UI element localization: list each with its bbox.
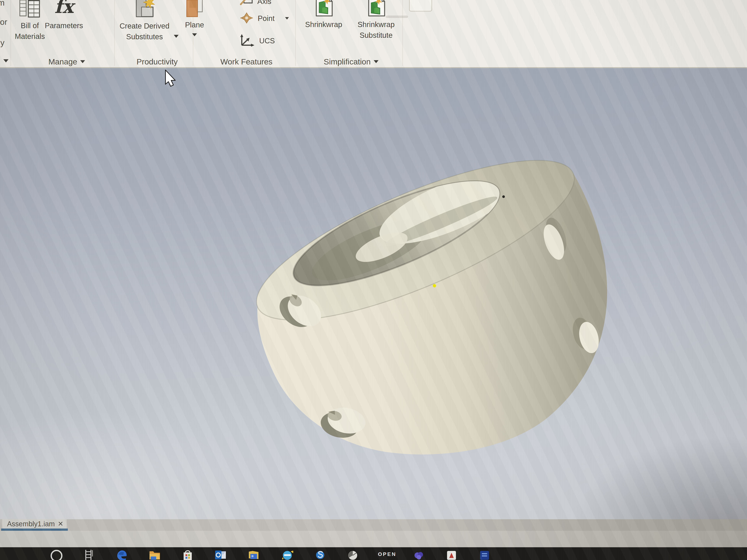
pie-dial-icon[interactable] [347,549,359,560]
microsoft-store-icon[interactable] [182,549,194,560]
axis-button[interactable]: Axis [240,0,272,6]
vertex-dot [502,195,505,198]
bill-of-materials-icon [19,0,41,20]
internet-explorer-icon[interactable] [281,549,293,560]
button-label: Substitute [360,29,393,41]
ribbon-group-simplification[interactable]: Simplification [314,57,388,67]
ribbon-bottom-border [0,67,747,68]
ribbon-group-work-features: Work Features [215,57,278,67]
button-label: Bill of [21,20,39,31]
button-label: UCS [259,37,275,45]
group-label: Simplification [324,57,370,66]
model-3d-viewport[interactable] [0,68,747,519]
cropped-label-fragment: y [0,38,4,47]
cylinder-part-render[interactable] [0,68,747,519]
chevron-down-icon[interactable] [3,59,8,62]
group-label: Manage [48,57,77,66]
button-label: Point [258,14,275,23]
cylinder-part[interactable] [239,130,607,454]
white-red-app-icon[interactable] [445,549,458,560]
file-explorer-icon[interactable] [149,549,161,560]
point-button[interactable]: Point [240,12,289,24]
selection-dot [433,284,436,287]
plane-icon [185,0,204,19]
tab-assembly1[interactable]: Assembly1.iam ✕ [2,519,67,529]
purple-app-icon[interactable] [413,549,424,560]
ucs-icon [239,34,255,47]
create-derived-dropdown-icon[interactable] [174,35,179,38]
cropped-label-fragment: or [0,18,7,27]
button-label: Substitutes [126,31,163,43]
shrinkwrap-substitute-button[interactable]: Shrinkwrap Substitute [350,0,402,41]
task-view-icon[interactable] [83,549,95,560]
open-app-tile[interactable]: OPEN [378,551,396,557]
group-label: Work Features [220,57,272,66]
active-tab-underline [1,529,68,531]
shrinkwrap-substitute-icon [366,0,386,19]
document-tab-strip: Assembly1.iam ✕ [0,519,747,531]
point-icon [240,12,253,24]
group-label: Productivity [136,57,178,66]
cropped-ribbon-button[interactable] [409,0,432,11]
tab-close-icon[interactable]: ✕ [58,520,63,528]
button-label: Parameters [45,20,83,31]
photos-app-icon[interactable] [248,549,260,560]
plane-button[interactable]: Plane [181,0,208,36]
search-icon[interactable] [50,549,62,560]
faint-text-smudge [386,16,408,18]
parameters-button[interactable]: fx Parameters [46,0,81,31]
edge-app-icon[interactable] [116,549,128,560]
dark-blue-app-icon[interactable] [479,549,490,560]
ribbon-separator [403,0,403,66]
ribbon-group-manage[interactable]: Manage [42,57,92,67]
create-derived-substitutes-button[interactable]: Create Derived Substitutes [119,0,171,43]
shrinkwrap-button[interactable]: Shrinkwrap [299,0,349,30]
button-label: Axis [257,0,272,5]
button-label: Materials [15,30,45,42]
button-label: Shrinkwrap [358,19,395,30]
ribbon-separator [114,0,115,66]
manage-dropdown-icon[interactable] [80,60,85,63]
windows-taskbar: OPEN [0,547,747,560]
button-label: Plane [185,19,204,31]
ucs-button[interactable]: UCS [239,34,275,47]
tab-label: Assembly1.iam [7,520,55,528]
ribbon-separator [295,0,296,66]
fx-icon: fx [54,0,74,17]
button-label: Shrinkwrap [305,19,342,30]
cropped-label-fragment: m [0,0,5,7]
ribbon: m or y Bill of Materials fx Pa [0,0,747,68]
simplification-dropdown-icon[interactable] [374,60,379,63]
outlook-icon[interactable] [215,549,227,560]
point-dropdown-icon[interactable] [285,17,289,20]
status-strip [0,531,747,547]
plane-dropdown-icon[interactable] [192,33,197,36]
axis-icon [240,0,253,6]
ribbon-group-productivity: Productivity [132,57,182,67]
shrinkwrap-icon [314,0,334,19]
derived-substitute-icon [133,0,156,20]
button-label: Create Derived [120,20,169,32]
skype-app-icon[interactable] [314,549,326,560]
